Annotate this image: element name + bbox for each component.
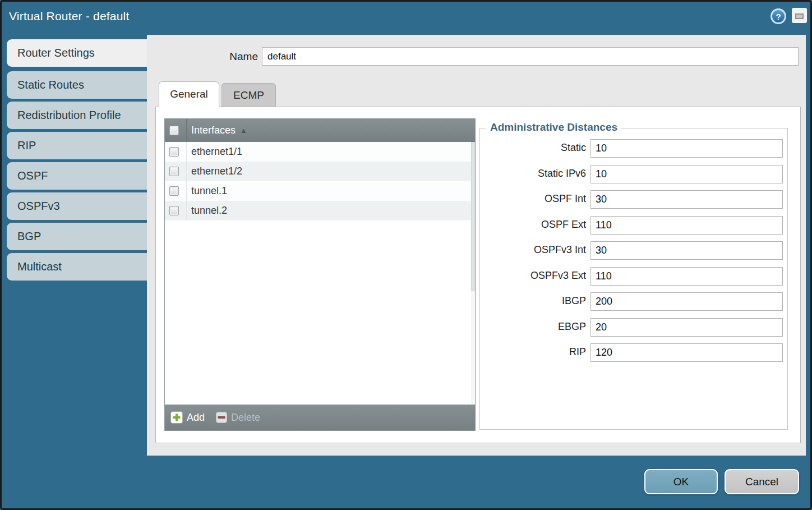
sidebar-item-ospf[interactable]: OSPF <box>7 162 147 190</box>
sidebar-item-bgp[interactable]: BGP <box>7 223 147 250</box>
sidebar-item-label: Multicast <box>17 260 62 273</box>
interface-name: ethernet1/2 <box>191 162 242 181</box>
table-row[interactable]: tunnel.1 <box>165 181 471 201</box>
tab-ecmp[interactable]: ECMP <box>222 83 276 107</box>
ibgp-label: IBGP <box>479 295 586 307</box>
column-divider <box>186 142 187 162</box>
sidebar-item-label: OSPFv3 <box>17 200 60 212</box>
ospf-int-input[interactable] <box>590 190 783 209</box>
sidebar-item-label: BGP <box>17 230 41 242</box>
row-checkbox[interactable] <box>169 206 179 215</box>
sidebar-item-router-settings[interactable]: Router Settings <box>7 39 147 67</box>
delete-button-label: Delete <box>231 412 260 424</box>
table-scrollbar[interactable] <box>471 142 475 406</box>
plus-icon <box>170 411 183 424</box>
help-icon[interactable]: ? <box>771 8 786 24</box>
minus-icon <box>216 412 227 423</box>
ospfv3-ext-label: OSPFv3 Ext <box>479 270 586 282</box>
window-restore-icon-inner <box>795 13 804 19</box>
interface-name: ethernet1/1 <box>191 142 242 162</box>
interfaces-column-label: Interfaces <box>191 125 236 136</box>
sidebar-item-label: RIP <box>17 139 36 151</box>
sidebar-item-multicast[interactable]: Multicast <box>7 253 147 281</box>
administrative-distances-legend: Administrative Distances <box>486 121 621 134</box>
static-label: Static <box>479 142 586 154</box>
name-label: Name <box>202 50 258 63</box>
sidebar-item-label: Redistribution Profile <box>17 109 121 121</box>
ok-button[interactable]: OK <box>644 469 718 494</box>
column-divider <box>186 181 187 201</box>
rip-label: RIP <box>479 346 586 358</box>
interfaces-table-header[interactable]: Interfaces▲ <box>165 119 475 142</box>
ospf-int-label: OSPF Int <box>479 193 586 205</box>
ospfv3-int-label: OSPFv3 Int <box>479 244 586 256</box>
cancel-button[interactable]: Cancel <box>725 469 799 494</box>
add-button[interactable]: Add <box>170 405 205 430</box>
sidebar-item-redistribution-profile[interactable]: Redistribution Profile <box>7 102 147 129</box>
sidebar-item-label: Static Routes <box>17 79 84 91</box>
static-input[interactable] <box>590 139 783 158</box>
scrollbar-thumb[interactable] <box>471 142 475 291</box>
row-checkbox[interactable] <box>169 186 179 196</box>
sidebar-item-label: OSPF <box>17 169 48 182</box>
ospfv3-ext-input[interactable] <box>590 267 783 286</box>
interface-name: tunnel.2 <box>191 201 227 220</box>
ibgp-input[interactable] <box>590 292 783 311</box>
delete-button[interactable]: Delete <box>216 405 260 430</box>
column-divider <box>186 201 187 220</box>
interfaces-table: Interfaces▲ ethernet1/1 ethernet1/2 tunn… <box>164 118 476 431</box>
select-all-checkbox[interactable] <box>169 126 179 135</box>
ebgp-label: EBGP <box>479 321 586 333</box>
add-button-label: Add <box>187 412 205 424</box>
ebgp-input[interactable] <box>590 318 783 337</box>
table-row[interactable]: ethernet1/2 <box>165 162 471 181</box>
sort-ascending-icon: ▲ <box>240 126 247 135</box>
interfaces-column-header[interactable]: Interfaces▲ <box>191 119 247 142</box>
ospf-ext-input[interactable] <box>590 216 783 235</box>
sidebar-item-label: Router Settings <box>17 47 95 59</box>
column-divider <box>186 119 187 142</box>
ospfv3-int-input[interactable] <box>590 241 783 260</box>
virtual-router-dialog: Virtual Router - default ? Router Settin… <box>0 0 812 510</box>
interface-name: tunnel.1 <box>191 181 227 201</box>
table-row[interactable]: tunnel.2 <box>165 201 471 220</box>
static-ipv6-label: Static IPv6 <box>479 168 586 180</box>
window-restore-icon[interactable] <box>792 8 807 23</box>
static-ipv6-input[interactable] <box>590 165 783 183</box>
row-checkbox[interactable] <box>169 147 179 157</box>
interfaces-table-footer: Add Delete <box>165 405 475 430</box>
name-input[interactable] <box>262 47 799 66</box>
rip-input[interactable] <box>590 343 783 362</box>
tab-general[interactable]: General <box>159 81 219 107</box>
column-divider <box>186 162 187 181</box>
sidebar-item-static-routes[interactable]: Static Routes <box>7 71 147 99</box>
dialog-title: Virtual Router - default <box>9 10 130 23</box>
ospf-ext-label: OSPF Ext <box>479 219 586 231</box>
sidebar-item-ospfv3[interactable]: OSPFv3 <box>7 192 147 220</box>
row-checkbox[interactable] <box>169 167 179 176</box>
sidebar-item-rip[interactable]: RIP <box>7 132 147 159</box>
table-row[interactable]: ethernet1/1 <box>165 142 471 162</box>
